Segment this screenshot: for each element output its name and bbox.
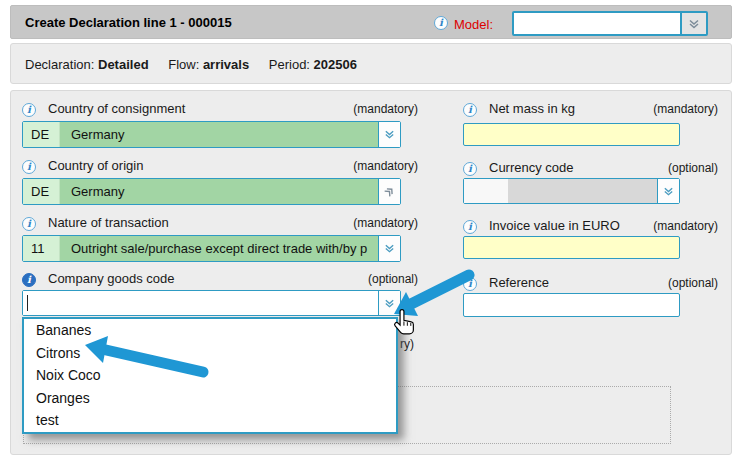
country-code-cell: DE <box>23 179 60 204</box>
optional-hint: (optional) <box>668 276 718 290</box>
mandatory-hint: (mandatory) <box>353 159 418 173</box>
info-icon[interactable]: i <box>434 16 448 30</box>
info-icon[interactable]: i <box>463 103 477 117</box>
transaction-name-cell: Outright sale/purchase except direct tra… <box>60 236 378 261</box>
field-label-reference: i Reference (optional) <box>463 275 718 291</box>
hidden-field-hint-fragment: ry) <box>400 337 414 351</box>
company-goods-code-dropdown: Bananes Citrons Noix Coco Oranges test <box>22 317 398 434</box>
text-caret <box>27 295 28 311</box>
mandatory-hint: (mandatory) <box>653 102 718 116</box>
mandatory-hint: (mandatory) <box>653 219 718 233</box>
transaction-code-cell: 11 <box>23 236 60 261</box>
page-title: Create Declaration line 1 - 000015 <box>25 15 232 30</box>
chevron-down-icon <box>384 298 395 309</box>
dropdown-option-noix-coco[interactable]: Noix Coco <box>24 364 396 387</box>
info-icon[interactable]: i <box>463 162 477 176</box>
info-icon[interactable]: i <box>22 217 36 231</box>
field-label-net-mass: i Net mass in kg (mandatory) <box>463 101 718 117</box>
field-label-text: Nature of transaction <box>48 215 169 230</box>
flow-label: Flow: <box>168 57 199 72</box>
currency-code-select-button[interactable] <box>657 179 679 203</box>
dropdown-option-test[interactable]: test <box>24 409 396 432</box>
info-icon[interactable]: i <box>22 160 36 174</box>
optional-hint: (optional) <box>668 161 718 175</box>
field-label-invoice-value: i Invoice value in EURO (mandatory) <box>463 218 718 234</box>
info-icon[interactable]: i <box>463 277 477 291</box>
period-label: Period: <box>269 57 310 72</box>
currency-name-cell <box>508 179 657 203</box>
company-goods-code-select-button[interactable] <box>378 291 400 315</box>
field-label-currency-code: i Currency code (optional) <box>463 160 718 176</box>
declaration-label: Declaration: <box>25 57 94 72</box>
company-goods-code-combobox[interactable] <box>22 290 401 316</box>
flow-value: arrivals <box>203 57 249 72</box>
dropdown-option-bananes[interactable]: Bananes <box>24 319 396 342</box>
invoice-value-input[interactable] <box>463 236 680 259</box>
model-select-button[interactable] <box>680 13 706 34</box>
net-mass-input[interactable] <box>463 123 680 146</box>
country-name-cell: Germany <box>60 122 378 147</box>
header-bar: Create Declaration line 1 - 000015 i Mod… <box>10 5 732 39</box>
country-code-cell: DE <box>23 122 60 147</box>
field-label-text: Invoice value in EURO <box>489 218 620 233</box>
period-value: 202506 <box>314 57 357 72</box>
field-label-text: Net mass in kg <box>489 101 575 116</box>
loading-chevron-icon <box>382 184 398 200</box>
chevron-down-icon <box>384 129 395 140</box>
country-origin-select[interactable]: DE Germany <box>22 178 401 205</box>
field-label-text: Company goods code <box>48 271 174 286</box>
company-goods-code-input[interactable] <box>23 291 378 315</box>
declaration-form-panel: i Country of consignment (mandatory) DE … <box>10 90 732 455</box>
info-icon[interactable]: i <box>463 220 477 234</box>
currency-code-cell <box>464 179 508 203</box>
model-select-value[interactable] <box>514 13 680 34</box>
country-origin-select-button[interactable] <box>378 179 400 204</box>
country-consignment-select-button[interactable] <box>378 122 400 147</box>
chevron-down-icon <box>663 186 674 197</box>
chevron-down-icon <box>688 18 700 30</box>
model-select[interactable] <box>512 11 708 36</box>
declaration-meta-panel: Declaration: Detailed Flow: arrivals Per… <box>10 43 732 84</box>
info-icon[interactable]: i <box>22 103 36 117</box>
country-name-cell: Germany <box>60 179 378 204</box>
mandatory-hint: (mandatory) <box>353 102 418 116</box>
reference-input[interactable] <box>463 293 680 317</box>
model-label: Model: <box>454 17 493 32</box>
declaration-value: Detailed <box>98 57 149 72</box>
field-label-nature-transaction: i Nature of transaction (mandatory) <box>22 215 418 231</box>
create-declaration-line-window: Create Declaration line 1 - 000015 i Mod… <box>0 0 742 465</box>
dropdown-option-citrons[interactable]: Citrons <box>24 342 396 365</box>
field-label-country-origin: i Country of origin (mandatory) <box>22 158 418 174</box>
optional-hint: (optional) <box>368 272 418 286</box>
chevron-down-icon <box>384 243 395 254</box>
field-label-text: Country of consignment <box>48 101 185 116</box>
field-label-text: Country of origin <box>48 158 143 173</box>
declaration-meta-line: Declaration: Detailed Flow: arrivals Per… <box>25 57 373 72</box>
info-icon-filled[interactable]: i <box>22 273 36 287</box>
mandatory-hint: (mandatory) <box>353 216 418 230</box>
field-label-company-goods-code: i Company goods code (optional) <box>22 271 418 287</box>
country-consignment-select[interactable]: DE Germany <box>22 121 401 148</box>
field-label-text: Reference <box>489 275 549 290</box>
nature-transaction-select-button[interactable] <box>378 236 400 261</box>
field-label-text: Currency code <box>489 160 574 175</box>
currency-code-select[interactable] <box>463 178 680 204</box>
nature-transaction-select[interactable]: 11 Outright sale/purchase except direct … <box>22 235 401 262</box>
field-label-country-consignment: i Country of consignment (mandatory) <box>22 101 418 117</box>
dropdown-option-oranges[interactable]: Oranges <box>24 387 396 410</box>
